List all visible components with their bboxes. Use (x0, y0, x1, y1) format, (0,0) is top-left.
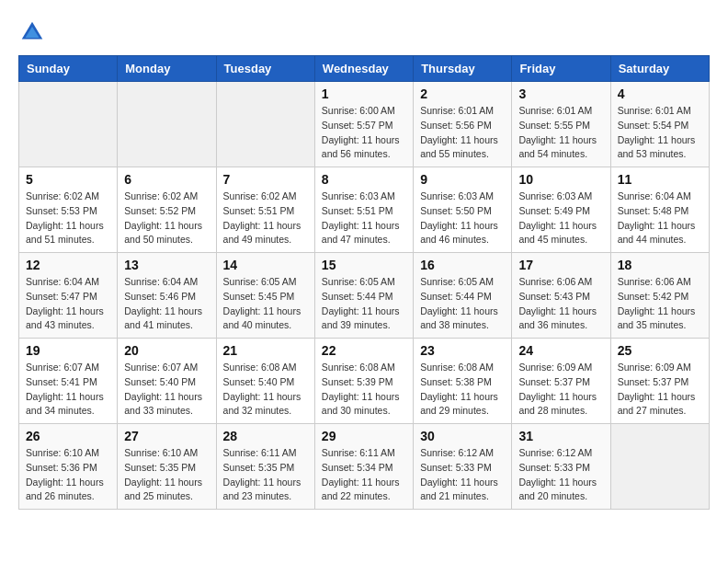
calendar-cell: 15Sunrise: 6:05 AMSunset: 5:44 PMDayligh… (314, 253, 413, 339)
calendar-cell: 22Sunrise: 6:08 AMSunset: 5:39 PMDayligh… (314, 339, 413, 424)
day-info: Sunrise: 6:07 AMSunset: 5:41 PMDaylight:… (26, 361, 110, 419)
day-number: 4 (618, 86, 702, 101)
day-number: 20 (124, 343, 209, 358)
calendar-week-row: 5Sunrise: 6:02 AMSunset: 5:53 PMDaylight… (19, 167, 710, 253)
day-number: 11 (618, 172, 702, 187)
day-number: 29 (322, 429, 406, 443)
day-info: Sunrise: 6:08 AMSunset: 5:38 PMDaylight:… (420, 361, 505, 419)
calendar-cell: 13Sunrise: 6:04 AMSunset: 5:46 PMDayligh… (118, 253, 216, 339)
day-number: 22 (322, 343, 406, 358)
day-number: 24 (518, 343, 603, 358)
day-info: Sunrise: 6:05 AMSunset: 5:44 PMDaylight:… (420, 275, 505, 333)
calendar-week-row: 26Sunrise: 6:10 AMSunset: 5:36 PMDayligh… (19, 424, 710, 510)
calendar-cell (216, 82, 314, 167)
calendar-cell: 14Sunrise: 6:05 AMSunset: 5:45 PMDayligh… (216, 253, 314, 339)
page-header (18, 18, 710, 46)
logo-icon (18, 18, 46, 46)
calendar-cell: 18Sunrise: 6:06 AMSunset: 5:42 PMDayligh… (610, 253, 709, 339)
calendar-cell: 29Sunrise: 6:11 AMSunset: 5:34 PMDayligh… (314, 424, 413, 510)
weekday-header: Monday (118, 56, 216, 82)
day-info: Sunrise: 6:10 AMSunset: 5:35 PMDaylight:… (124, 446, 209, 504)
day-info: Sunrise: 6:02 AMSunset: 5:51 PMDaylight:… (223, 190, 308, 247)
day-info: Sunrise: 6:00 AMSunset: 5:57 PMDaylight:… (322, 104, 406, 162)
calendar-cell: 26Sunrise: 6:10 AMSunset: 5:36 PMDayligh… (19, 424, 118, 510)
calendar-table: SundayMondayTuesdayWednesdayThursdayFrid… (18, 55, 710, 510)
day-number: 16 (420, 258, 505, 272)
calendar-cell (19, 82, 118, 167)
logo (18, 18, 50, 46)
day-info: Sunrise: 6:06 AMSunset: 5:42 PMDaylight:… (618, 275, 702, 333)
day-info: Sunrise: 6:02 AMSunset: 5:52 PMDaylight:… (124, 190, 209, 247)
calendar-cell: 23Sunrise: 6:08 AMSunset: 5:38 PMDayligh… (414, 339, 512, 424)
weekday-header: Saturday (610, 56, 709, 82)
calendar-cell: 3Sunrise: 6:01 AMSunset: 5:55 PMDaylight… (512, 82, 610, 167)
calendar-week-row: 19Sunrise: 6:07 AMSunset: 5:41 PMDayligh… (19, 339, 710, 424)
day-number: 6 (124, 172, 209, 187)
calendar-cell: 21Sunrise: 6:08 AMSunset: 5:40 PMDayligh… (216, 339, 314, 424)
weekday-header: Thursday (414, 56, 512, 82)
day-info: Sunrise: 6:01 AMSunset: 5:56 PMDaylight:… (420, 104, 505, 162)
calendar-cell: 1Sunrise: 6:00 AMSunset: 5:57 PMDaylight… (314, 82, 413, 167)
calendar-cell: 12Sunrise: 6:04 AMSunset: 5:47 PMDayligh… (19, 253, 118, 339)
day-info: Sunrise: 6:03 AMSunset: 5:49 PMDaylight:… (518, 190, 603, 247)
day-number: 23 (420, 343, 505, 358)
day-info: Sunrise: 6:04 AMSunset: 5:46 PMDaylight:… (124, 275, 209, 333)
calendar-cell: 4Sunrise: 6:01 AMSunset: 5:54 PMDaylight… (610, 82, 709, 167)
day-number: 27 (124, 429, 209, 443)
calendar-cell: 10Sunrise: 6:03 AMSunset: 5:49 PMDayligh… (512, 167, 610, 253)
day-number: 31 (518, 429, 603, 443)
day-number: 12 (26, 258, 110, 272)
calendar-week-row: 12Sunrise: 6:04 AMSunset: 5:47 PMDayligh… (19, 253, 710, 339)
day-info: Sunrise: 6:05 AMSunset: 5:44 PMDaylight:… (322, 275, 406, 333)
day-number: 7 (223, 172, 308, 187)
day-number: 8 (322, 172, 406, 187)
day-info: Sunrise: 6:08 AMSunset: 5:39 PMDaylight:… (322, 361, 406, 419)
calendar-header-row: SundayMondayTuesdayWednesdayThursdayFrid… (19, 56, 710, 82)
calendar-cell: 28Sunrise: 6:11 AMSunset: 5:35 PMDayligh… (216, 424, 314, 510)
calendar-cell (118, 82, 216, 167)
calendar-cell: 24Sunrise: 6:09 AMSunset: 5:37 PMDayligh… (512, 339, 610, 424)
day-number: 10 (518, 172, 603, 187)
calendar-cell: 7Sunrise: 6:02 AMSunset: 5:51 PMDaylight… (216, 167, 314, 253)
day-info: Sunrise: 6:09 AMSunset: 5:37 PMDaylight:… (518, 361, 603, 419)
day-info: Sunrise: 6:06 AMSunset: 5:43 PMDaylight:… (518, 275, 603, 333)
day-info: Sunrise: 6:12 AMSunset: 5:33 PMDaylight:… (518, 446, 603, 504)
calendar-cell: 5Sunrise: 6:02 AMSunset: 5:53 PMDaylight… (19, 167, 118, 253)
day-info: Sunrise: 6:02 AMSunset: 5:53 PMDaylight:… (26, 190, 110, 247)
calendar-cell: 16Sunrise: 6:05 AMSunset: 5:44 PMDayligh… (414, 253, 512, 339)
day-number: 17 (518, 258, 603, 272)
calendar-cell: 6Sunrise: 6:02 AMSunset: 5:52 PMDaylight… (118, 167, 216, 253)
calendar-cell: 17Sunrise: 6:06 AMSunset: 5:43 PMDayligh… (512, 253, 610, 339)
day-info: Sunrise: 6:03 AMSunset: 5:50 PMDaylight:… (420, 190, 505, 247)
day-info: Sunrise: 6:03 AMSunset: 5:51 PMDaylight:… (322, 190, 406, 247)
calendar-cell: 8Sunrise: 6:03 AMSunset: 5:51 PMDaylight… (314, 167, 413, 253)
day-info: Sunrise: 6:01 AMSunset: 5:55 PMDaylight:… (518, 104, 603, 162)
calendar-cell: 31Sunrise: 6:12 AMSunset: 5:33 PMDayligh… (512, 424, 610, 510)
day-info: Sunrise: 6:08 AMSunset: 5:40 PMDaylight:… (223, 361, 308, 419)
day-info: Sunrise: 6:04 AMSunset: 5:48 PMDaylight:… (618, 190, 702, 247)
day-number: 5 (26, 172, 110, 187)
calendar-cell: 11Sunrise: 6:04 AMSunset: 5:48 PMDayligh… (610, 167, 709, 253)
calendar-cell (610, 424, 709, 510)
weekday-header: Tuesday (216, 56, 314, 82)
day-number: 19 (26, 343, 110, 358)
day-number: 14 (223, 258, 308, 272)
day-number: 28 (223, 429, 308, 443)
day-number: 26 (26, 429, 110, 443)
day-number: 25 (618, 343, 702, 358)
day-info: Sunrise: 6:12 AMSunset: 5:33 PMDaylight:… (420, 446, 505, 504)
calendar-cell: 20Sunrise: 6:07 AMSunset: 5:40 PMDayligh… (118, 339, 216, 424)
day-number: 3 (518, 86, 603, 101)
day-number: 2 (420, 86, 505, 101)
day-number: 18 (618, 258, 702, 272)
day-number: 15 (322, 258, 406, 272)
day-info: Sunrise: 6:09 AMSunset: 5:37 PMDaylight:… (618, 361, 702, 419)
calendar-cell: 27Sunrise: 6:10 AMSunset: 5:35 PMDayligh… (118, 424, 216, 510)
day-info: Sunrise: 6:11 AMSunset: 5:34 PMDaylight:… (322, 446, 406, 504)
day-info: Sunrise: 6:10 AMSunset: 5:36 PMDaylight:… (26, 446, 110, 504)
calendar-cell: 19Sunrise: 6:07 AMSunset: 5:41 PMDayligh… (19, 339, 118, 424)
day-number: 1 (322, 86, 406, 101)
day-number: 21 (223, 343, 308, 358)
day-number: 13 (124, 258, 209, 272)
calendar-cell: 25Sunrise: 6:09 AMSunset: 5:37 PMDayligh… (610, 339, 709, 424)
